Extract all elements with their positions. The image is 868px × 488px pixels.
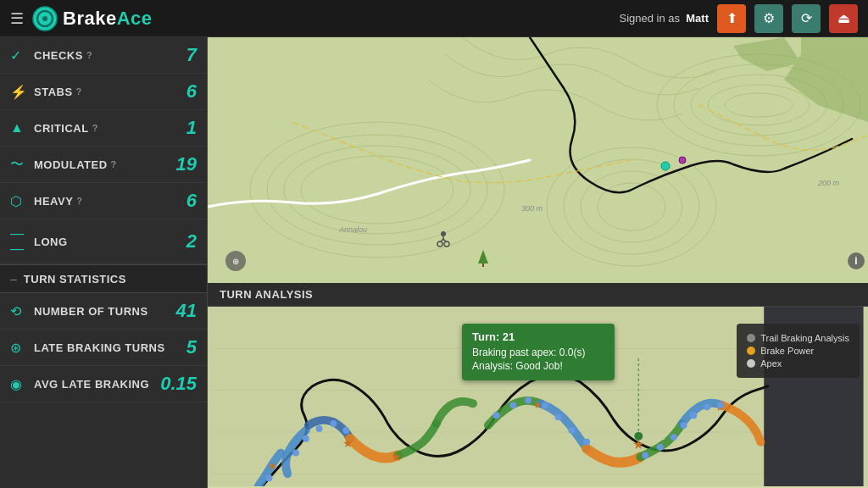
help-icon-heavy[interactable]: ? [76,196,82,206]
svg-point-54 [542,402,548,408]
stat-icon-stabs: ⚡ [10,84,34,100]
stat-value-critical: 1 [173,117,197,139]
svg-text:★: ★ [268,460,277,472]
legend-dot-0 [747,334,755,342]
svg-point-58 [642,452,648,459]
stat-icon-critical: ▲ [10,120,34,136]
logo-text: BrakeAce [63,8,153,30]
turn-tooltip: Turn: 21 Braking past apex: 0.0(s) Analy… [462,324,615,380]
stat-row-checks[interactable]: ✓ Checks ? 7 [0,37,207,74]
svg-point-55 [555,413,562,420]
turn-stat-label-num-turns: Number of Turns [34,305,173,318]
tooltip-title: Turn: 21 [472,330,604,343]
logo: BrakeAce [32,6,153,31]
svg-text:⊕: ⊕ [232,257,239,266]
svg-point-50 [342,427,349,434]
map-legend: Trail Braking Analysis Brake Power Apex [737,324,860,378]
svg-point-28 [679,157,686,164]
stat-value-heavy: 6 [173,190,197,212]
tooltip-row1: Braking past apex: 0.0(s) [472,347,604,358]
exit-button[interactable]: ⏏ [829,4,858,33]
stat-icon-modulated: 〜 [10,156,34,174]
turn-stat-row-late-turns[interactable]: ⊛ Late Braking Turns 5 [0,330,207,366]
svg-point-27 [661,162,670,170]
svg-text:Annalou: Annalou [338,225,367,234]
turn-stat-value-avg-late: 0.15 [160,373,197,395]
stat-label-long: Long [34,236,173,248]
section-collapse-icon[interactable]: – [10,272,17,286]
main-layout: ✓ Checks ? 7 ⚡ Stabs ? 6 ▲ Critical ? 1 … [0,37,868,488]
svg-point-67 [266,474,273,481]
stat-row-heavy[interactable]: ⬡ Heavy ? 6 [0,183,207,219]
svg-point-2 [42,16,47,21]
svg-point-63 [704,403,710,410]
section-title: Turn Statistics [24,273,126,286]
svg-text:★: ★ [342,437,353,450]
turn-stat-value-num-turns: 41 [173,300,197,322]
stat-label-stabs: Stabs ? [34,86,173,98]
turn-stat-icon-num-turns: ⟲ [10,303,34,319]
signed-in-text: Signed in as Matt [619,12,709,25]
svg-text:200 m: 200 m [817,179,840,187]
upload-button[interactable]: ⬆ [717,4,746,33]
map-area[interactable]: i ⊕ 300 m 200 m Annalou [208,37,868,283]
turn-stat-label-late-turns: Late Braking Turns [34,341,173,354]
stat-row-critical[interactable]: ▲ Critical ? 1 [0,110,207,147]
svg-point-53 [525,396,531,403]
logo-brake: Brake [63,8,117,29]
svg-point-52 [509,402,516,408]
turn-statistics-section: – Turn Statistics [0,264,207,293]
help-icon-checks[interactable]: ? [86,50,92,60]
svg-point-19 [441,231,446,236]
header-left: ☰ BrakeAce [10,6,153,31]
help-icon-critical[interactable]: ? [92,123,98,133]
menu-icon[interactable]: ☰ [10,9,24,28]
stat-label-critical: Critical ? [34,122,173,135]
stat-value-long: 2 [173,230,197,252]
legend-dot-1 [747,347,755,355]
stat-row-stabs[interactable]: ⚡ Stabs ? 6 [0,74,207,110]
turn-stat-icon-late-turns: ⊛ [10,340,34,356]
legend-item-0: Trail Braking Analysis [747,333,849,343]
svg-point-57 [583,439,590,446]
turn-stats-container: ⟲ Number of Turns 41 ⊛ Late Braking Turn… [0,293,207,402]
svg-point-46 [292,450,299,457]
turn-stat-label-avg-late: Avg Late Braking [34,378,160,391]
svg-point-62 [690,412,697,419]
legend-item-2: Apex [747,358,849,369]
legend-label-2: Apex [760,358,782,369]
turn-stat-row-avg-late[interactable]: ◉ Avg Late Braking 0.15 [0,366,207,402]
svg-point-49 [330,420,337,427]
sidebar: ✓ Checks ? 7 ⚡ Stabs ? 6 ▲ Critical ? 1 … [0,37,208,488]
stat-row-modulated[interactable]: 〜 Modulated ? 19 [0,147,207,183]
help-icon-modulated[interactable]: ? [111,159,117,169]
stat-icon-heavy: ⬡ [10,193,34,209]
stat-icon-checks: ✓ [10,47,34,64]
turn-stat-row-num-turns[interactable]: ⟲ Number of Turns 41 [0,293,207,330]
refresh-button[interactable]: ⟳ [792,4,821,33]
help-icon-stabs[interactable]: ? [76,86,82,97]
svg-text:★: ★ [533,399,542,411]
legend-dot-2 [747,359,755,368]
stat-icon-long: — — [10,226,34,257]
stats-container: ✓ Checks ? 7 ⚡ Stabs ? 6 ▲ Critical ? 1 … [0,37,207,264]
stat-value-modulated: 19 [173,153,197,175]
header: ☰ BrakeAce Signed in as Matt ⬆ ⚙ ⟳ ⏏ [0,0,868,37]
turn-analysis-section: Turn Analysis [208,283,868,488]
username-text: Matt [686,12,709,25]
svg-point-47 [303,435,309,442]
stat-label-modulated: Modulated ? [34,158,173,171]
svg-point-56 [568,427,575,434]
legend-item-1: Brake Power [747,346,849,356]
svg-point-48 [316,425,323,432]
legend-items: Trail Braking Analysis Brake Power Apex [747,333,849,369]
content-area: i ⊕ 300 m 200 m Annalou Turn Analysis [208,37,868,488]
logo-svg-icon [32,6,58,31]
settings-button[interactable]: ⚙ [754,4,783,33]
svg-text:i: i [854,255,857,267]
stat-row-long[interactable]: — — Long 2 [0,219,207,264]
svg-point-59 [657,444,664,451]
turn-analysis-map[interactable]: ★ ★ ★ ★ [208,307,868,486]
stat-label-heavy: Heavy ? [34,195,173,208]
tooltip-row2: Analysis: Good Job! [472,360,604,372]
